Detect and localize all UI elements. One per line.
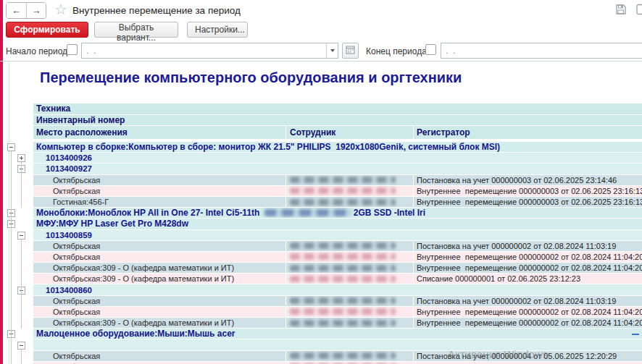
- employee-cell: [285, 351, 413, 361]
- report-rows: Компьютер в сборке:Компьютер в сборе: мо…: [33, 142, 642, 364]
- employee-cell: [285, 175, 413, 185]
- inventory-row[interactable]: 1013400860: [33, 284, 642, 295]
- redacted-employee-name: [290, 265, 396, 271]
- location-cell: Октябрьская: [33, 175, 285, 185]
- group-row[interactable]: Компьютер в сборке:Компьютер в сборе: мо…: [33, 142, 642, 153]
- band-row-inventory-number[interactable]: Инвентарный номер: [33, 115, 642, 127]
- back-arrow-icon: ←: [12, 5, 21, 16]
- toolbar-separator: [0, 61, 642, 62]
- inventory-row[interactable]: 1013400926: [33, 153, 642, 164]
- band-label: Техника: [36, 103, 70, 114]
- window-accent-edge: [0, 0, 3, 364]
- registrator-cell: Постановка на учет 000000002 от 02.08.20…: [413, 241, 642, 251]
- collapse-toggle[interactable]: [17, 232, 25, 240]
- group-label: Моноблоки:Моноблок HP All in One 27- Int…: [33, 208, 642, 218]
- chevron-down-icon: [330, 49, 335, 52]
- group-row[interactable]: МФУ:МФУ HP Laser Get Pro M428dw: [33, 219, 642, 229]
- location-cell: Октябрьская:309 - О (кафедра математики …: [33, 263, 285, 273]
- table-row[interactable]: ОктябрьскаяВнутреннее перемещение 000000…: [33, 307, 642, 318]
- forward-button[interactable]: →: [26, 3, 46, 18]
- employee-cell: [285, 296, 413, 306]
- table-row[interactable]: ОктябрьскаяВнутреннее перемещение 000000…: [33, 186, 642, 197]
- table-row[interactable]: ОктябрьскаяПостановка на учет 000000002 …: [33, 241, 642, 252]
- employee-cell: [285, 274, 413, 284]
- employee-cell: [285, 252, 413, 262]
- end-period-checkbox[interactable]: [425, 44, 436, 55]
- location-cell: Октябрьская: [33, 351, 285, 361]
- calendar-icon: [346, 44, 355, 57]
- registrator-cell: Внутреннее перемещение 000000002 от 02.0…: [413, 307, 642, 317]
- registrator-cell: Внутреннее перемещение 000000002 от 02.0…: [413, 263, 642, 273]
- redacted-employee-name: [290, 187, 396, 194]
- end-period-field: [441, 43, 642, 59]
- start-period-field: [81, 43, 338, 59]
- table-row[interactable]: Гостиная:456-ГВнутреннее перемещение 000…: [33, 197, 642, 208]
- clipped-icon: [636, 7, 642, 17]
- tree-connector-line: [21, 350, 22, 364]
- group-row[interactable]: Моноблоки:Моноблок HP All in One 27- Int…: [33, 208, 642, 219]
- tree-connector-line: [21, 162, 22, 208]
- redacted-employee-name: [290, 253, 396, 260]
- column-header-row: Место расположения Сотрудник Регистратор: [33, 126, 642, 140]
- table-row[interactable]: ОктябрьскаяВнутреннее перемещение 000000…: [33, 252, 642, 263]
- employee-cell: [285, 307, 413, 317]
- employee-cell: [285, 263, 413, 273]
- inventory-number: 1013400927: [33, 164, 642, 174]
- start-period-dropdown-button[interactable]: [326, 43, 338, 58]
- start-period-calendar-button[interactable]: [342, 43, 359, 59]
- table-row[interactable]: Октябрьская:309 - О (кафедра математики …: [33, 263, 642, 274]
- redacted-employee-name: [290, 352, 396, 359]
- group-label: МФУ:МФУ HP Laser Get Pro M428dw: [33, 219, 642, 229]
- tree-connector-line: [21, 240, 22, 329]
- employee-cell: [285, 197, 413, 207]
- back-button[interactable]: ←: [7, 3, 26, 18]
- group-row[interactable]: Малоценное оборудование:Мыши:Мышь acer: [33, 329, 642, 339]
- employee-cell: [285, 241, 413, 251]
- registrator-cell: Внутреннее перемещение 000000003 от 02.0…: [413, 186, 642, 196]
- redacted-employee-name: [290, 320, 396, 326]
- save-icon: [615, 7, 627, 17]
- collapse-toggle[interactable]: [7, 143, 15, 151]
- location-cell: Гостиная:456-Г: [33, 197, 285, 207]
- location-cell: Октябрьская:309 - О (кафедра математики …: [33, 318, 285, 328]
- registrator-cell: Постановка на учет 000000003 от 02.06.20…: [413, 175, 642, 185]
- table-row[interactable]: ОктябрьскаяПостановка на учет 000000002 …: [33, 296, 642, 307]
- table-row[interactable]: Октябрьская:309 - О (кафедра математики …: [33, 318, 642, 329]
- windows-activation-watermark: Активация Windows: [448, 348, 548, 360]
- generate-button[interactable]: Сформировать: [6, 22, 88, 38]
- settings-button[interactable]: Настройки...: [187, 22, 248, 38]
- collapse-toggle[interactable]: [17, 342, 25, 350]
- save-button[interactable]: [615, 4, 627, 17]
- table-row[interactable]: Октябрьская:309 - О (кафедра математики …: [33, 274, 642, 284]
- table-row[interactable]: ОктябрьскаяПостановка на учет 000000004 …: [33, 351, 642, 362]
- employee-cell: [285, 318, 413, 328]
- redacted-employee-name: [290, 242, 396, 249]
- location-cell: Октябрьская: [33, 307, 285, 317]
- report-title: Перемещение компьютерного оборудования и…: [40, 69, 462, 86]
- clipped-toolbar-button[interactable]: [636, 4, 642, 17]
- inventory-row[interactable]: [33, 339, 642, 350]
- redacted-employee-name: [290, 297, 396, 304]
- start-period-label: Начало период:: [6, 46, 70, 56]
- start-period-checkbox[interactable]: [67, 44, 78, 55]
- band-row-equipment[interactable]: Техника: [33, 103, 642, 115]
- link-dash: [632, 334, 639, 335]
- choose-variant-button[interactable]: Выбрать вариант...: [94, 22, 178, 38]
- inventory-number: 1013400859: [33, 230, 642, 240]
- expand-toggle[interactable]: [17, 154, 25, 162]
- page-title: Внутреннее перемещение за период: [72, 5, 241, 16]
- column-header-registrator[interactable]: Регистратор: [413, 126, 642, 139]
- end-period-input[interactable]: [441, 43, 642, 58]
- column-header-location[interactable]: Место расположения: [33, 126, 285, 139]
- group-label: Малоценное оборудование:Мыши:Мышь acer: [33, 329, 642, 339]
- redacted-text: [264, 209, 351, 216]
- table-row[interactable]: ОктябрьскаяПостановка на учет 000000003 …: [33, 175, 642, 186]
- column-header-employee[interactable]: Сотрудник: [285, 126, 413, 139]
- inventory-row[interactable]: 1013400927: [33, 164, 642, 174]
- favorite-star-icon[interactable]: ☆: [54, 1, 67, 18]
- band-label: Инвентарный номер: [36, 115, 125, 125]
- inventory-row[interactable]: 1013400859: [33, 230, 642, 241]
- start-period-input[interactable]: [82, 43, 326, 58]
- location-cell: Октябрьская: [33, 252, 285, 262]
- group-label: Компьютер в сборке:Компьютер в сборе: мо…: [33, 142, 642, 152]
